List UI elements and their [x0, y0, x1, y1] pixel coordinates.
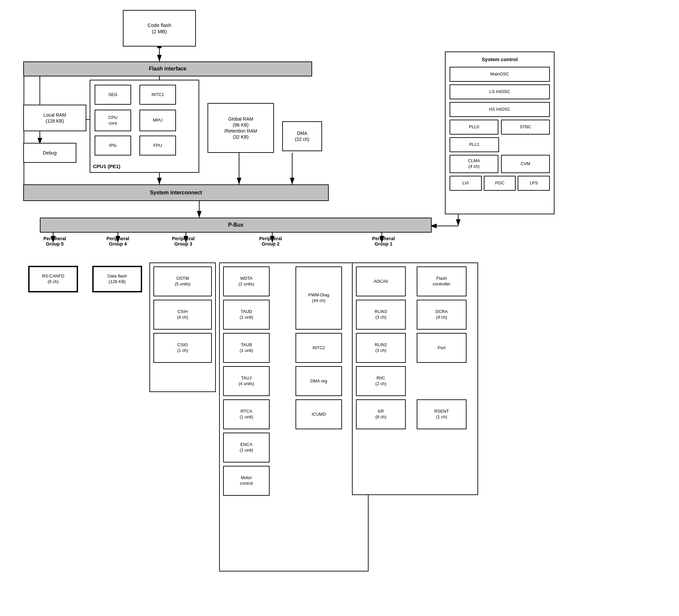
peripheral-group3-box: OSTM (5 units) CSIH (4 ch) CSIG (1 ch)	[150, 263, 216, 392]
system-control-title: System control	[450, 56, 550, 63]
tauj-label: TAUJ (4 units)	[239, 375, 254, 387]
dma-reg-label: DMA reg	[311, 378, 327, 384]
code-flash-label: Code flash (2 MB)	[148, 22, 171, 35]
flash-controller-box: Flash controller	[417, 267, 466, 296]
taub-box: TAUB (1 unit)	[223, 333, 269, 363]
dcra-box: DCRA (4 ch)	[417, 300, 466, 330]
tauj-box: TAUJ (4 units)	[223, 366, 269, 396]
motor-control-box: Motor control	[223, 466, 269, 496]
debug-label: Debug	[43, 150, 57, 156]
global-ram-box: Global RAM (96 KB) /Retention RAM (32 KB…	[207, 103, 274, 153]
system-interconnect-box: System interconnect	[23, 184, 329, 201]
ipg-label: IPG	[109, 143, 117, 149]
rtca-label: RTCA (1 unit)	[240, 409, 253, 420]
enca-label: ENCA (1 unit)	[240, 442, 253, 453]
intc2-label: INTC2	[313, 345, 325, 351]
cvm-box: CVM	[501, 155, 550, 173]
peripheral-group5-label: Peripheral Group 5	[33, 236, 76, 247]
cpu-core-box: CPU core	[95, 110, 131, 131]
kr-label: KR (8 ch)	[375, 409, 386, 420]
ostm-box: OSTM (5 units)	[153, 267, 212, 296]
pwm-diag-label: PWM-Diag (44 ch)	[309, 292, 329, 304]
icumd-label: ICUMD	[312, 412, 326, 417]
lvi-box: LVI	[450, 176, 482, 191]
p-bus-box: P-Bus	[40, 218, 432, 233]
enca-box: ENCA (1 unit)	[223, 433, 269, 462]
mpu-box: MPU	[139, 110, 176, 131]
riic-box: RIIC (2 ch)	[356, 366, 406, 396]
rsent-label: RSENT (1 ch)	[434, 409, 449, 420]
dma-label: DMA (32 ch)	[295, 130, 310, 142]
kr-box: KR (8 ch)	[356, 399, 406, 429]
port-box: Port	[417, 333, 466, 363]
pll1-box: PLL1	[450, 137, 499, 152]
code-flash-box: Code flash (2 MB)	[123, 10, 196, 47]
wdta-label: WDTA (2 units)	[239, 276, 254, 287]
csig-label: CSIG (1 ch)	[177, 342, 188, 353]
taud-label: TAUD (1 unit)	[240, 309, 253, 320]
taub-label: TAUB (1 unit)	[240, 342, 253, 353]
intc1-box: INTC1	[139, 85, 176, 105]
ls-intosc-box: LS IntOSC	[450, 84, 550, 99]
data-flash-box: Data flash (128 KB)	[92, 266, 142, 292]
pll0-box: PLL0	[450, 120, 498, 134]
rlin2-label: RLIN2 (3 ch)	[375, 342, 387, 353]
peripheral-group3-label: Peripheral Group 3	[162, 236, 205, 247]
seg-box: SEG	[95, 85, 131, 105]
csih-box: CSIH (4 ch)	[153, 300, 212, 330]
peripheral-group1-box: ADCA0 RLIN3 (3 ch) RLIN2 (3 ch) RIIC (2 …	[352, 263, 478, 495]
fpu-box: FPU	[139, 135, 176, 155]
data-flash-label: Data flash (128 KB)	[107, 273, 127, 285]
rlin3-label: RLIN3 (3 ch)	[375, 309, 387, 320]
rs-canfd-box: RS-CANFD (8 ch)	[28, 266, 78, 292]
taud-box: TAUD (1 unit)	[223, 300, 269, 330]
debug-box: Debug	[23, 143, 76, 163]
system-control-box: System control MainOSC LS IntOSC HS IntO…	[445, 52, 554, 214]
system-interconnect-label: System interconnect	[150, 189, 202, 196]
lps-box: LPS	[518, 176, 550, 191]
rs-canfd-label: RS-CANFD (8 ch)	[42, 273, 64, 285]
dma-reg-box: DMA reg	[295, 366, 342, 396]
local-ram-label: Local RAM (128 KB)	[43, 112, 66, 124]
flash-interface-label: Flash interface	[149, 65, 187, 72]
icumd-box: ICUMD	[295, 399, 342, 429]
fpu-label: FPU	[153, 143, 162, 149]
csih-label: CSIH (4 ch)	[177, 309, 188, 320]
stbc-box: STBC	[501, 120, 550, 134]
rlin2-box: RLIN2 (3 ch)	[356, 333, 406, 363]
dma-box: DMA (32 ch)	[282, 121, 322, 151]
mpu-label: MPU	[153, 118, 163, 123]
intc2-box: INTC2	[295, 333, 342, 363]
cpu-core-label: CPU core	[108, 115, 117, 126]
main-osc-box: MainOSC	[450, 67, 550, 82]
rtca-box: RTCA (1 unit)	[223, 399, 269, 429]
rsent-box: RSENT (1 ch)	[417, 399, 466, 429]
motor-control-label: Motor control	[240, 475, 253, 486]
flash-interface-box: Flash interface	[23, 61, 312, 76]
riic-label: RIIC (2 ch)	[375, 375, 386, 387]
global-ram-label: Global RAM (96 KB) /Retention RAM (32 KB…	[224, 116, 257, 140]
adca0-label: ADCA0	[374, 279, 388, 284]
hs-intosc-box: HS IntOSC	[450, 102, 550, 117]
ostm-label: OSTM (5 units)	[175, 276, 191, 287]
peripheral-group2-box: WDTA (2 units) TAUD (1 unit) TAUB (1 uni…	[219, 263, 368, 572]
pwm-diag-box: PWM-Diag (44 ch)	[295, 267, 342, 330]
p-bus-label: P-Bus	[228, 222, 244, 228]
peripheral-group2-label: Peripheral Group 2	[247, 236, 294, 247]
peripheral-group4-label: Peripheral Group 4	[96, 236, 139, 247]
peripheral-group1-label: Peripheral Group 1	[359, 236, 409, 247]
adca0-box: ADCA0	[356, 267, 406, 296]
diagram: Code flash (2 MB) Flash interface Local …	[0, 0, 679, 616]
poc-box: POC	[484, 176, 516, 191]
cpu1-label: CPU1 (PE1)	[93, 163, 121, 170]
clma-box: CLMA (4 ch)	[450, 155, 498, 173]
port-label: Port	[438, 345, 446, 351]
flash-controller-label: Flash controller	[433, 276, 450, 287]
local-ram-box: Local RAM (128 KB)	[23, 105, 86, 131]
rlin3-box: RLIN3 (3 ch)	[356, 300, 406, 330]
wdta-box: WDTA (2 units)	[223, 267, 269, 296]
seg-label: SEG	[108, 92, 117, 98]
csig-box: CSIG (1 ch)	[153, 333, 212, 363]
ipg-box: IPG	[95, 135, 131, 155]
dcra-label: DCRA (4 ch)	[435, 309, 448, 320]
